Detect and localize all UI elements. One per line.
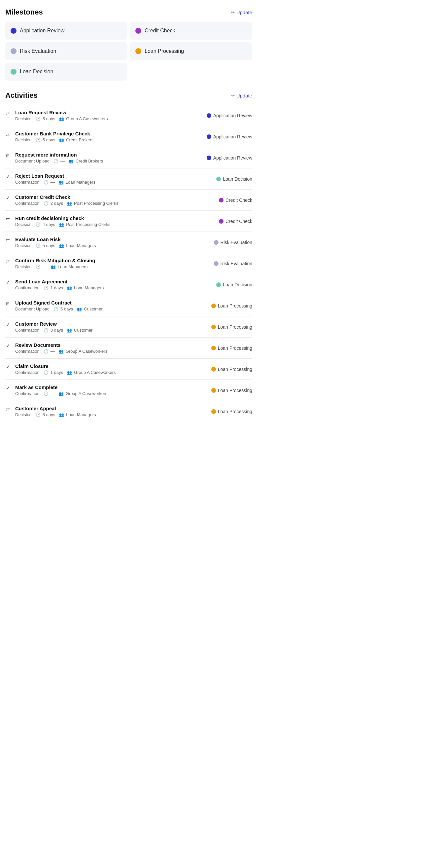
activity-type: Confirmation xyxy=(15,391,40,396)
activity-group: Credit Brokers xyxy=(75,159,103,163)
activity-meta: Decision 5 days Loan Managers xyxy=(15,412,193,417)
activity-duration: — xyxy=(51,349,55,354)
activity-type: Confirmation xyxy=(15,285,40,290)
route-icon xyxy=(6,131,11,137)
activity-group: Group A Caseworkers xyxy=(66,391,107,396)
activity-group: Loan Managers xyxy=(66,412,96,417)
activity-right: Loan Processing xyxy=(193,367,252,372)
activity-info: Customer Credit Check Confirmation 2 day… xyxy=(15,194,193,206)
milestones-header: Milestones Update xyxy=(5,8,252,17)
activity-left: Evaluate Loan Risk Decision 5 days Loan … xyxy=(5,237,193,248)
people-icon xyxy=(59,391,64,396)
activity-row: Evaluate Loan Risk Decision 5 days Loan … xyxy=(5,232,252,253)
tag-dot xyxy=(211,409,216,414)
tag-dot xyxy=(207,134,211,139)
activities-update-button[interactable]: Update xyxy=(231,93,252,98)
activity-milestone: Loan Processing xyxy=(218,409,252,414)
milestone-name: Risk Evaluation xyxy=(20,48,56,54)
activity-duration: — xyxy=(42,264,47,269)
activity-right: Application Review xyxy=(193,113,252,118)
check-icon xyxy=(6,322,11,327)
activity-name: Customer Credit Check xyxy=(15,194,193,200)
clock-icon xyxy=(43,370,49,375)
activity-type-icon xyxy=(5,110,12,116)
activity-duration: 1 days xyxy=(51,285,63,290)
activity-duration: — xyxy=(51,391,55,396)
activity-row: Confirm Risk Mitigation & Closing Decisi… xyxy=(5,253,252,274)
activity-info: Customer Review Confirmation 3 days Cust… xyxy=(15,321,193,333)
activity-name: Customer Review xyxy=(15,321,193,327)
activity-group: Post Processing Clerks xyxy=(74,201,118,206)
activity-group: Post Processing Clerks xyxy=(66,222,110,227)
activity-right: Application Review xyxy=(193,134,252,140)
activity-left: Mark as Complete Confirmation — Group A … xyxy=(5,384,193,396)
activity-left: Customer Appeal Decision 5 days Loan Man… xyxy=(5,406,193,417)
activity-right: Risk Evaluation xyxy=(193,240,252,245)
activity-type: Decision xyxy=(15,412,32,417)
activity-right: Loan Processing xyxy=(193,324,252,330)
people-icon xyxy=(59,243,64,248)
activity-meta: Decision 5 days Credit Brokers xyxy=(15,137,193,142)
activity-meta: Confirmation 3 days Customer xyxy=(15,328,193,333)
activity-milestone: Loan Decision xyxy=(223,282,252,287)
activity-info: Upload Signed Contract Document Upload 5… xyxy=(15,300,193,311)
activity-milestone: Risk Evaluation xyxy=(221,261,253,266)
activity-meta: Decision 5 days Group A Caseworkers xyxy=(15,116,193,121)
activity-type-icon xyxy=(5,406,12,411)
clock-icon xyxy=(54,307,58,311)
activity-row: Claim Closure Confirmation 1 days Group … xyxy=(5,359,252,380)
check-icon xyxy=(6,385,11,391)
activity-duration: 5 days xyxy=(42,137,55,142)
check-icon xyxy=(6,364,11,369)
clock-icon xyxy=(43,180,49,185)
activity-meta: Confirmation 2 days Post Processing Cler… xyxy=(15,201,193,206)
milestone-tag: Loan Processing xyxy=(211,345,252,351)
doc-icon xyxy=(6,301,11,306)
milestone-name: Credit Check xyxy=(145,28,175,34)
milestone-tag: Loan Decision xyxy=(216,282,252,287)
activity-right: Loan Decision xyxy=(193,282,252,287)
people-icon xyxy=(67,370,72,375)
activity-right: Loan Decision xyxy=(193,176,252,182)
activity-name: Loan Request Review xyxy=(15,110,193,115)
activity-group: Loan Managers xyxy=(58,264,88,269)
activity-milestone: Loan Processing xyxy=(218,345,252,351)
activity-info: Run credit decisioning check Decision 4 … xyxy=(15,215,193,227)
milestone-card: Credit Check xyxy=(130,22,252,40)
tag-dot xyxy=(216,177,221,181)
activity-type: Document Upload xyxy=(15,307,50,311)
activity-name: Customer Bank Privilege Check xyxy=(15,131,193,136)
activities-update-label: Update xyxy=(236,93,252,98)
activity-info: Mark as Complete Confirmation — Group A … xyxy=(15,384,193,396)
activity-milestone: Loan Decision xyxy=(223,176,252,182)
activity-right: Loan Processing xyxy=(193,345,252,351)
milestone-tag: Application Review xyxy=(207,113,252,118)
activity-left: Customer Bank Privilege Check Decision 5… xyxy=(5,131,193,142)
milestone-tag: Loan Processing xyxy=(211,324,252,330)
milestone-tag: Loan Processing xyxy=(211,367,252,372)
activity-row: Request more information Document Upload… xyxy=(5,147,252,168)
activity-name: Claim Closure xyxy=(15,363,193,369)
clock-icon xyxy=(43,201,49,206)
milestones-update-button[interactable]: Update xyxy=(231,9,252,15)
activity-right: Credit Check xyxy=(193,219,252,224)
milestones-edit-icon xyxy=(231,9,235,15)
activity-info: Evaluate Loan Risk Decision 5 days Loan … xyxy=(15,237,193,248)
milestone-tag: Loan Processing xyxy=(211,303,252,309)
milestones-update-label: Update xyxy=(236,9,252,15)
activity-row: Upload Signed Contract Document Upload 5… xyxy=(5,295,252,316)
activity-info: Reject Loan Request Confirmation — Loan … xyxy=(15,173,193,185)
activity-meta: Document Upload 5 days Customer xyxy=(15,307,193,311)
activity-group: Loan Managers xyxy=(66,243,96,248)
milestone-tag: Loan Processing xyxy=(211,388,252,393)
activity-type-icon xyxy=(5,237,12,242)
people-icon xyxy=(67,201,72,206)
activity-info: Loan Request Review Decision 5 days Grou… xyxy=(15,110,193,121)
activity-row: Send Loan Agreement Confirmation 1 days … xyxy=(5,274,252,295)
activity-left: Claim Closure Confirmation 1 days Group … xyxy=(5,363,193,375)
activity-left: Customer Credit Check Confirmation 2 day… xyxy=(5,194,193,206)
activity-row: Customer Appeal Decision 5 days Loan Man… xyxy=(5,401,252,422)
activity-row: Loan Request Review Decision 5 days Grou… xyxy=(5,105,252,126)
activity-type-icon xyxy=(5,174,12,179)
activity-row: Customer Review Confirmation 3 days Cust… xyxy=(5,316,252,338)
